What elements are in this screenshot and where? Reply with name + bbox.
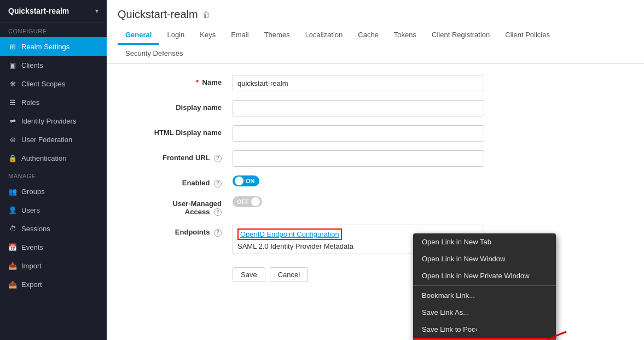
required-asterisk: * bbox=[196, 78, 199, 86]
sidebar-item-label: Client Scopes bbox=[21, 80, 65, 88]
user-managed-help-icon: ? bbox=[214, 208, 222, 216]
sidebar-section-label: Manage bbox=[0, 167, 107, 182]
tab-cache[interactable]: Cache bbox=[350, 26, 386, 45]
sidebar-item-import[interactable]: 📥Import bbox=[0, 256, 107, 275]
main-tabs-row2: Security Defenses bbox=[118, 45, 633, 63]
main-tabs: GeneralLoginKeysEmailThemesLocalizationC… bbox=[118, 26, 633, 45]
tab-client-policies[interactable]: Client Policies bbox=[497, 26, 558, 45]
frontend-url-input-wrapper bbox=[233, 150, 484, 167]
buttons-spacer bbox=[123, 263, 233, 266]
html-display-name-input-wrapper bbox=[233, 125, 484, 142]
html-display-name-row: HTML Display name bbox=[123, 125, 628, 142]
sidebar-header[interactable]: Quickstart-realm ▾ bbox=[0, 0, 107, 22]
sidebar-item-label: Authentication bbox=[21, 154, 66, 162]
toggle-knob bbox=[235, 177, 243, 185]
sidebar-item-label: Roles bbox=[21, 98, 39, 107]
sidebar-item-label: User Federation bbox=[21, 136, 72, 144]
context-menu-item-open-private[interactable]: Open Link in New Private Window bbox=[413, 267, 556, 284]
tab-login[interactable]: Login bbox=[159, 26, 192, 45]
enabled-label: Enabled ? bbox=[123, 175, 233, 187]
name-label: * Name bbox=[123, 75, 233, 86]
tab-keys[interactable]: Keys bbox=[192, 26, 223, 45]
sidebar-item-label: Export bbox=[21, 280, 42, 289]
frontend-url-label: Frontend URL ? bbox=[123, 150, 233, 162]
sidebar-item-label: Users bbox=[21, 206, 40, 214]
frontend-url-input[interactable] bbox=[233, 150, 484, 167]
tab-general[interactable]: General bbox=[118, 26, 159, 45]
endpoints-label: Endpoints ? bbox=[123, 225, 233, 237]
sidebar-item-label: Identity Providers bbox=[21, 117, 76, 125]
sidebar-section-label: Configure bbox=[0, 22, 107, 37]
sidebar-item-sessions[interactable]: ⏱Sessions bbox=[0, 219, 107, 238]
realm-settings-icon: ⊞ bbox=[8, 42, 17, 51]
context-menu-item-open-new-tab[interactable]: Open Link in New Tab bbox=[413, 233, 556, 250]
context-menu-separator bbox=[413, 285, 556, 286]
enabled-toggle[interactable]: ON bbox=[233, 175, 259, 187]
tab-tokens[interactable]: Tokens bbox=[386, 26, 424, 45]
html-display-name-label: HTML Display name bbox=[123, 125, 233, 137]
user-federation-icon: ⊜ bbox=[8, 135, 17, 144]
cancel-button[interactable]: Cancel bbox=[270, 267, 308, 282]
enabled-row: Enabled ? ON bbox=[123, 175, 628, 187]
user-managed-row: User-Managed Access ? OFF bbox=[123, 196, 628, 216]
sidebar-item-label: Realm Settings bbox=[21, 43, 69, 51]
name-input-wrapper bbox=[233, 75, 484, 91]
events-icon: 📅 bbox=[8, 243, 17, 251]
display-name-row: Display name bbox=[123, 100, 628, 116]
sidebar-item-groups[interactable]: 👥Groups bbox=[0, 182, 107, 201]
user-managed-label: User-Managed Access ? bbox=[123, 196, 233, 216]
toggle-on-label: ON bbox=[246, 178, 255, 184]
sidebar-item-export[interactable]: 📤Export bbox=[0, 275, 107, 294]
toggle-off-label: OFF bbox=[237, 198, 249, 205]
context-menu-item-save-as[interactable]: Save Link As... bbox=[413, 304, 556, 321]
sidebar-item-events[interactable]: 📅Events bbox=[0, 238, 107, 256]
toggle-off-knob bbox=[251, 197, 260, 206]
tab-email[interactable]: Email bbox=[223, 26, 257, 45]
client-scopes-icon: ❋ bbox=[8, 79, 17, 88]
import-icon: 📥 bbox=[8, 261, 17, 270]
sidebar-item-label: Events bbox=[21, 243, 43, 251]
display-name-input[interactable] bbox=[233, 100, 484, 116]
sidebar-item-client-scopes[interactable]: ❋Client Scopes bbox=[0, 74, 107, 93]
sidebar-item-users[interactable]: 👤Users bbox=[0, 201, 107, 219]
context-menu-item-open-new-window[interactable]: Open Link in New Window bbox=[413, 250, 556, 267]
form-buttons: Save Cancel bbox=[233, 267, 308, 282]
sidebar-item-identity-providers[interactable]: ⇌Identity Providers bbox=[0, 112, 107, 130]
openid-endpoint-link[interactable]: OpenID Endpoint Configuration bbox=[237, 228, 342, 240]
context-menu-item-copy-link[interactable]: Copy Link bbox=[413, 338, 556, 340]
display-name-label: Display name bbox=[123, 100, 233, 112]
user-managed-toggle[interactable]: OFF bbox=[233, 196, 262, 207]
page-title: Quickstart-realm bbox=[118, 8, 198, 21]
main-header: Quickstart-realm 🗑 GeneralLoginKeysEmail… bbox=[107, 0, 644, 64]
display-name-input-wrapper bbox=[233, 100, 484, 116]
enabled-help-icon: ? bbox=[214, 180, 222, 187]
sidebar-item-roles[interactable]: ☰Roles bbox=[0, 93, 107, 112]
context-menu-item-save-pocket[interactable]: Save Link to Poc‹ bbox=[413, 321, 556, 338]
authentication-icon: 🔒 bbox=[8, 154, 17, 162]
sidebar-item-label: Sessions bbox=[21, 225, 50, 233]
tab-localization[interactable]: Localization bbox=[298, 26, 351, 45]
frontend-url-help-icon: ? bbox=[214, 155, 222, 162]
delete-realm-icon[interactable]: 🗑 bbox=[202, 10, 210, 19]
tab-client-registration[interactable]: Client Registration bbox=[424, 26, 497, 45]
chevron-down-icon: ▾ bbox=[95, 7, 98, 15]
sidebar: Quickstart-realm ▾ Configure⊞Realm Setti… bbox=[0, 0, 107, 340]
tab-security-defenses[interactable]: Security Defenses bbox=[118, 45, 191, 63]
name-input[interactable] bbox=[233, 75, 484, 91]
save-button[interactable]: Save bbox=[233, 267, 265, 282]
endpoints-help-icon: ? bbox=[214, 229, 222, 237]
realm-title-row: Quickstart-realm 🗑 bbox=[118, 8, 633, 21]
roles-icon: ☰ bbox=[8, 98, 17, 107]
html-display-name-input[interactable] bbox=[233, 125, 484, 142]
context-menu: Open Link in New TabOpen Link in New Win… bbox=[413, 233, 556, 340]
sidebar-item-authentication[interactable]: 🔒Authentication bbox=[0, 149, 107, 167]
users-icon: 👤 bbox=[8, 206, 17, 214]
sessions-icon: ⏱ bbox=[8, 224, 17, 233]
sidebar-item-user-federation[interactable]: ⊜User Federation bbox=[0, 130, 107, 149]
groups-icon: 👥 bbox=[8, 187, 17, 196]
sidebar-item-clients[interactable]: ▣Clients bbox=[0, 56, 107, 74]
name-field-row: * Name bbox=[123, 75, 628, 91]
sidebar-item-realm-settings[interactable]: ⊞Realm Settings bbox=[0, 37, 107, 56]
tab-themes[interactable]: Themes bbox=[257, 26, 298, 45]
context-menu-item-bookmark[interactable]: Bookmark Link... bbox=[413, 287, 556, 304]
